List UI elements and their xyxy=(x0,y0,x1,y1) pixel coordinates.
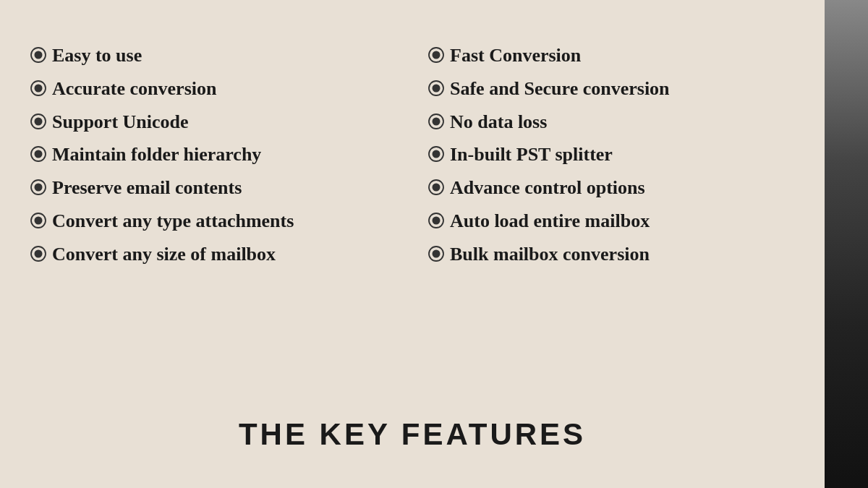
bullet-icon-convert-any-type xyxy=(29,211,48,230)
bullet-icon-auto-load xyxy=(427,211,446,230)
feature-item-maintain-folder: Maintain folder hierarchy xyxy=(29,142,398,167)
svg-point-1 xyxy=(35,51,43,59)
feature-item-no-data-loss: No data loss xyxy=(427,110,796,134)
feature-text-inbuilt-pst: In-built PST splitter xyxy=(450,142,796,167)
feature-item-convert-any-type: Convert any type attachments xyxy=(29,209,398,234)
feature-item-bulk-mailbox: Bulk mailbox conversion xyxy=(427,242,796,267)
feature-item-auto-load: Auto load entire mailbox xyxy=(427,209,796,234)
feature-item-inbuilt-pst: In-built PST splitter xyxy=(427,142,796,167)
svg-point-25 xyxy=(433,216,441,224)
feature-text-auto-load: Auto load entire mailbox xyxy=(450,209,796,234)
bullet-icon-easy-to-use xyxy=(29,46,48,64)
bullet-icon-fast-conversion xyxy=(427,46,446,64)
feature-text-convert-any-type: Convert any type attachments xyxy=(52,209,398,234)
feature-text-preserve-email: Preserve email contents xyxy=(52,176,398,200)
footer-title: THE KEY FEATURES xyxy=(29,410,796,459)
feature-text-no-data-loss: No data loss xyxy=(450,110,796,134)
svg-point-9 xyxy=(35,184,43,192)
feature-text-fast-conversion: Fast Conversion xyxy=(450,43,796,68)
bullet-icon-bulk-mailbox xyxy=(427,244,446,263)
feature-text-advance-control: Advance control options xyxy=(450,176,796,200)
feature-item-support-unicode: Support Unicode xyxy=(29,110,398,134)
feature-item-advance-control: Advance control options xyxy=(427,176,796,200)
bullet-icon-support-unicode xyxy=(29,112,48,131)
main-content: Easy to use Accurate conversion Support … xyxy=(0,0,825,488)
feature-item-accurate-conversion: Accurate conversion xyxy=(29,77,398,101)
bullet-icon-convert-any-size xyxy=(29,244,48,263)
feature-text-bulk-mailbox: Bulk mailbox conversion xyxy=(450,242,796,267)
svg-point-3 xyxy=(35,84,43,92)
feature-text-accurate-conversion: Accurate conversion xyxy=(52,77,398,101)
feature-text-easy-to-use: Easy to use xyxy=(52,43,398,68)
svg-point-19 xyxy=(433,117,441,125)
feature-text-convert-any-size: Convert any size of mailbox xyxy=(52,242,398,267)
bullet-icon-inbuilt-pst xyxy=(427,145,446,163)
bullet-icon-no-data-loss xyxy=(427,112,446,131)
features-grid: Easy to use Accurate conversion Support … xyxy=(29,43,796,410)
feature-item-preserve-email: Preserve email contents xyxy=(29,176,398,200)
feature-item-fast-conversion: Fast Conversion xyxy=(427,43,796,68)
svg-point-21 xyxy=(433,150,441,158)
bullet-icon-advance-control xyxy=(427,178,446,197)
svg-point-13 xyxy=(35,249,43,257)
svg-point-11 xyxy=(35,216,43,224)
feature-item-easy-to-use: Easy to use xyxy=(29,43,398,68)
left-column: Easy to use Accurate conversion Support … xyxy=(29,43,398,267)
svg-point-5 xyxy=(35,117,43,125)
svg-point-23 xyxy=(433,184,441,192)
feature-item-convert-any-size: Convert any size of mailbox xyxy=(29,242,398,267)
feature-text-safe-secure: Safe and Secure conversion xyxy=(450,77,796,101)
svg-point-17 xyxy=(433,84,441,92)
right-column: Fast Conversion Safe and Secure conversi… xyxy=(427,43,796,267)
bullet-icon-safe-secure xyxy=(427,79,446,98)
feature-item-safe-secure: Safe and Secure conversion xyxy=(427,77,796,101)
svg-point-7 xyxy=(35,150,43,158)
bullet-icon-maintain-folder xyxy=(29,145,48,163)
bullet-icon-preserve-email xyxy=(29,178,48,197)
bullet-icon-accurate-conversion xyxy=(29,79,48,98)
svg-point-15 xyxy=(433,51,441,59)
feature-text-maintain-folder: Maintain folder hierarchy xyxy=(52,142,398,167)
svg-point-27 xyxy=(433,249,441,257)
sidebar-gradient xyxy=(825,0,868,488)
feature-text-support-unicode: Support Unicode xyxy=(52,110,398,134)
